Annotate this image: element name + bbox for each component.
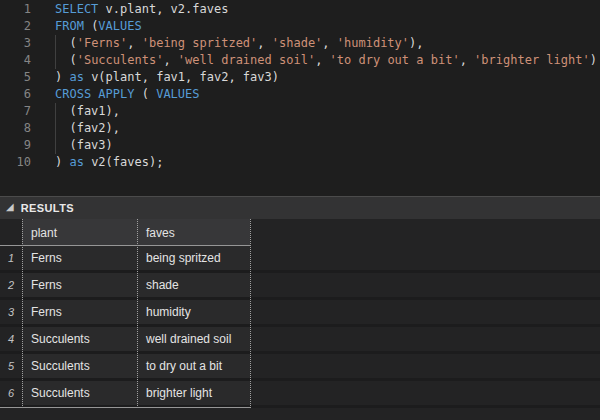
code-line[interactable]: 1SELECT v.plant, v2.faves <box>0 1 600 18</box>
code-text: FROM (VALUES <box>31 18 142 35</box>
code-line[interactable]: 7 (fav1), <box>0 103 600 120</box>
code-text: (fav2), <box>31 120 120 137</box>
sql-text: v.plant, v2.faves <box>98 2 228 16</box>
line-number: 5 <box>0 69 31 86</box>
sql-keyword: as <box>69 70 83 84</box>
table-cell[interactable]: humidity <box>137 300 250 324</box>
code-line[interactable]: 2FROM (VALUES <box>0 18 600 35</box>
code-text: ('Ferns', 'being spritzed', 'shade', 'hu… <box>31 35 424 52</box>
line-number: 7 <box>0 103 31 120</box>
table-row: 2Fernsshade <box>0 273 600 300</box>
sql-string: 'humidity' <box>337 36 409 50</box>
code-text: ) as v(plant, fav1, fav2, fav3) <box>31 69 279 86</box>
code-line[interactable]: 8 (fav2), <box>0 120 600 137</box>
line-number: 8 <box>0 120 31 137</box>
table-cell[interactable]: well drained soil <box>137 327 250 351</box>
sql-keyword: CROSS APPLY <box>55 87 134 101</box>
sql-string: 'being spritzed' <box>142 36 258 50</box>
sql-keyword: FROM <box>55 19 84 33</box>
code-line[interactable]: 5) as v(plant, fav1, fav2, fav3) <box>0 69 600 86</box>
row-number-cell[interactable]: 1 <box>0 246 22 270</box>
code-lines: 1SELECT v.plant, v2.faves2FROM (VALUES3 … <box>0 1 600 171</box>
row-number-cell[interactable]: 2 <box>0 273 22 297</box>
line-number: 4 <box>0 52 31 69</box>
sql-text: ) <box>55 70 69 84</box>
sql-keyword: VALUES <box>98 19 141 33</box>
row-number-cell[interactable]: 5 <box>0 354 22 378</box>
sql-string: 'shade' <box>272 36 323 50</box>
sql-text: (fav1), <box>55 104 120 118</box>
sql-text: (fav2), <box>55 121 120 135</box>
sql-text: v(plant, fav1, fav2, fav3) <box>84 70 279 84</box>
sql-text: , <box>163 53 177 67</box>
column-header-plant[interactable]: plant <box>22 219 137 246</box>
code-line[interactable]: 6CROSS APPLY ( VALUES <box>0 86 600 103</box>
sql-text: ( <box>55 53 77 67</box>
line-number: 9 <box>0 137 31 154</box>
table-cell[interactable]: shade <box>137 273 250 297</box>
table-cell[interactable]: Succulents <box>22 354 137 378</box>
code-editor[interactable]: 1SELECT v.plant, v2.faves2FROM (VALUES3 … <box>0 0 600 196</box>
code-text: ) as v2(faves); <box>31 154 163 171</box>
grid-divider <box>137 219 138 408</box>
row-number-cell[interactable]: 4 <box>0 327 22 351</box>
sql-keyword: SELECT <box>55 2 98 16</box>
table-cell[interactable]: Succulents <box>22 327 137 351</box>
code-line[interactable]: 3 ('Ferns', 'being spritzed', 'shade', '… <box>0 35 600 52</box>
sql-keyword: VALUES <box>156 87 199 101</box>
line-number: 3 <box>0 35 31 52</box>
sql-text: ), <box>409 36 423 50</box>
table-cell[interactable]: Ferns <box>22 246 137 270</box>
sql-text: , <box>322 36 336 50</box>
collapse-triangle-icon[interactable]: ◢ <box>6 202 14 212</box>
table-cell[interactable]: being spritzed <box>137 246 250 270</box>
sql-text: ( <box>134 87 156 101</box>
row-number-cell[interactable]: 3 <box>0 300 22 324</box>
table-cell[interactable]: brighter light <box>137 381 250 405</box>
table-row: 6Succulentsbrighter light <box>0 381 600 408</box>
sql-text: ) <box>55 155 69 169</box>
code-line[interactable]: 9 (fav3) <box>0 137 600 154</box>
sql-string: 'Ferns' <box>77 36 128 50</box>
line-number: 1 <box>0 1 31 18</box>
table-row: 3Fernshumidity <box>0 300 600 327</box>
table-cell[interactable]: Succulents <box>22 381 137 405</box>
column-header-faves[interactable]: faves <box>137 219 250 246</box>
results-panel: ◢ RESULTS plantfaves1Fernsbeing spritzed… <box>0 196 600 420</box>
table-cell[interactable]: Ferns <box>22 300 137 324</box>
grid-divider <box>250 219 251 408</box>
line-number: 6 <box>0 86 31 103</box>
results-title: RESULTS <box>21 202 74 214</box>
code-text: (fav3) <box>31 137 113 154</box>
table-row: 1Fernsbeing spritzed <box>0 246 600 273</box>
results-section-header[interactable]: ◢ RESULTS <box>0 196 600 219</box>
sql-text: , <box>127 36 141 50</box>
sql-text: (fav3) <box>55 138 113 152</box>
code-text: CROSS APPLY ( VALUES <box>31 86 200 103</box>
table-cell[interactable]: to dry out a bit <box>137 354 250 378</box>
sql-string: 'well drained soil' <box>178 53 315 67</box>
sql-string: 'to dry out a bit' <box>330 53 460 67</box>
code-line[interactable]: 10) as v2(faves); <box>0 154 600 171</box>
table-cell[interactable]: Ferns <box>22 273 137 297</box>
sql-string: 'brighter light' <box>474 53 590 67</box>
code-text: ('Succulents', 'well drained soil', 'to … <box>31 52 597 69</box>
row-number-cell[interactable]: 6 <box>0 381 22 405</box>
code-line[interactable]: 4 ('Succulents', 'well drained soil', 't… <box>0 52 600 69</box>
sql-string: 'Succulents' <box>77 53 164 67</box>
sql-keyword: as <box>69 155 83 169</box>
sql-text: , <box>315 53 329 67</box>
sql-text: , <box>460 53 474 67</box>
grid-header-underline <box>0 245 250 246</box>
indent-guide <box>55 103 56 154</box>
sql-text: ( <box>84 19 98 33</box>
grid-corner-cell <box>0 219 22 246</box>
results-grid: plantfaves1Fernsbeing spritzed2Fernsshad… <box>0 219 600 420</box>
grid-bottom-border <box>0 407 250 408</box>
grid-header-row: plantfaves <box>0 219 600 246</box>
indent-guide <box>55 35 56 69</box>
line-number: 10 <box>0 154 31 171</box>
sql-text: , <box>257 36 271 50</box>
sql-text: ) <box>590 53 597 67</box>
code-text: SELECT v.plant, v2.faves <box>31 1 228 18</box>
